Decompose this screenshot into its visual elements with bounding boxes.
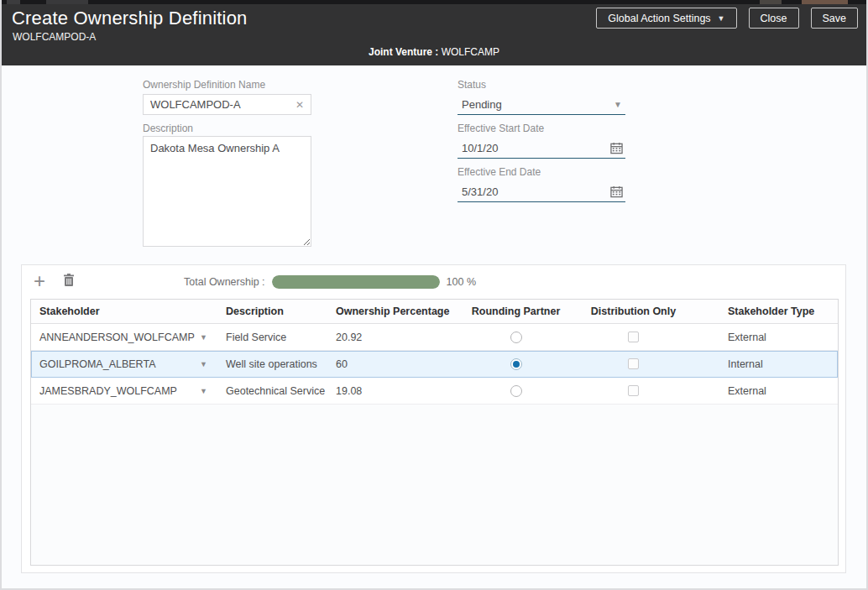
description-value: Geotechnical Service: [217, 385, 327, 397]
description-label: Description: [143, 123, 193, 134]
ownership-grid-body: ANNEANDERSON_WOLFCAMP▼Field Service20.92…: [31, 324, 838, 405]
radio-dot: [513, 334, 520, 341]
chevron-down-icon[interactable]: ▼: [200, 333, 207, 342]
status-select[interactable]: Pending ▼: [458, 95, 625, 115]
joint-venture-bar: Joint Venture : WOLFCAMP: [0, 42, 868, 65]
chevron-down-icon[interactable]: ▼: [614, 100, 622, 109]
grid-empty-area: [31, 405, 838, 565]
table-row[interactable]: JAMESBRADY_WOLFCAMP▼Geotechnical Service…: [31, 378, 838, 405]
calendar-icon[interactable]: [610, 142, 623, 154]
page-header: Create Ownership Definition WOLFCAMPOD-A…: [0, 4, 868, 42]
stakeholder-value: GOILPROMA_ALBERTA: [39, 358, 155, 370]
stakeholder-value: JAMESBRADY_WOLFCAMP: [39, 385, 177, 397]
global-action-settings-label: Global Action Settings: [608, 13, 710, 24]
clear-icon[interactable]: ✕: [295, 99, 304, 111]
joint-venture-value: WOLFCAMP: [442, 46, 499, 58]
description-textarea[interactable]: Dakota Mesa Ownership A: [143, 136, 311, 247]
calendar-icon[interactable]: [610, 185, 623, 198]
ownership-percentage-value: 19.08: [327, 385, 451, 397]
total-ownership-value: 100 %: [447, 276, 476, 288]
radio-dot: [513, 388, 520, 394]
close-button[interactable]: Close: [749, 8, 799, 29]
page-title: Create Ownership Definition: [12, 8, 248, 29]
column-header-rounding-partner: Rounding Partner: [451, 305, 581, 317]
column-header-stakeholder: Stakeholder: [31, 305, 217, 317]
total-ownership: Total Ownership : 100 %: [184, 265, 476, 299]
stakeholder-type-value: External: [686, 332, 838, 343]
stakeholders-grid: Stakeholder Description Ownership Percen…: [30, 299, 839, 566]
rounding-partner-radio[interactable]: [510, 358, 522, 370]
save-button[interactable]: Save: [811, 8, 859, 29]
total-ownership-bar: [272, 275, 440, 289]
distribution-only-checkbox[interactable]: [628, 358, 639, 369]
grid-toolbar: + Total Ownership : 100 %: [22, 265, 845, 299]
global-action-settings-button[interactable]: Global Action Settings ▼: [596, 8, 736, 29]
status-value: Pending: [462, 98, 614, 111]
column-header-distribution-only: Distribution Only: [581, 305, 686, 317]
column-header-description: Description: [217, 305, 327, 317]
stakeholder-type-value: Internal: [686, 358, 838, 370]
total-ownership-bar-fill: [272, 275, 440, 289]
ownership-percentage-value: 20.92: [327, 332, 451, 343]
chevron-down-icon[interactable]: ▼: [200, 360, 207, 368]
ownership-definition-name-label: Ownership Definition Name: [143, 79, 265, 91]
total-ownership-label: Total Ownership :: [184, 276, 265, 288]
header-actions: Global Action Settings ▼ Close Save: [596, 8, 858, 29]
radio-dot: [513, 361, 520, 368]
effective-start-date-label: Effective Start Date: [458, 123, 544, 134]
description-value: Well site operations: [217, 358, 327, 370]
status-label: Status: [458, 79, 486, 91]
distribution-only-checkbox[interactable]: [628, 332, 639, 342]
chevron-down-icon: ▼: [718, 14, 725, 23]
stakeholder-type-value: External: [686, 385, 838, 397]
page-subtitle: WOLFCAMPOD-A: [13, 31, 96, 43]
effective-start-date-field[interactable]: 10/1/20: [458, 138, 625, 159]
previous-screen-sliver: [0, 0, 868, 4]
column-header-stakeholder-type: Stakeholder Type: [686, 305, 838, 317]
distribution-only-checkbox[interactable]: [628, 385, 639, 396]
stakeholders-panel: + Total Ownership : 100 % Stakeholder De…: [21, 264, 846, 573]
grid-header-row: Stakeholder Description Ownership Percen…: [31, 300, 838, 324]
stakeholder-value: ANNEANDERSON_WOLFCAMP: [39, 332, 195, 343]
effective-start-date-value: 10/1/20: [462, 142, 610, 154]
joint-venture-label: Joint Venture :: [369, 46, 438, 58]
rounding-partner-radio[interactable]: [510, 385, 522, 397]
description-value: Field Service: [217, 332, 327, 343]
rounding-partner-radio[interactable]: [510, 332, 522, 343]
delete-row-icon[interactable]: [62, 273, 76, 288]
table-row[interactable]: GOILPROMA_ALBERTA▼Well site operations60…: [31, 351, 838, 378]
effective-end-date-label: Effective End Date: [458, 166, 541, 178]
effective-end-date-field[interactable]: 5/31/20: [458, 182, 625, 202]
chevron-down-icon[interactable]: ▼: [200, 387, 207, 395]
column-header-ownership-percentage: Ownership Percentage: [327, 305, 451, 317]
effective-end-date-value: 5/31/20: [462, 185, 610, 198]
ownership-definition-name-input[interactable]: [143, 94, 311, 115]
table-row[interactable]: ANNEANDERSON_WOLFCAMP▼Field Service20.92…: [31, 324, 838, 351]
ownership-percentage-value: 60: [327, 358, 451, 370]
add-row-icon[interactable]: +: [34, 269, 45, 293]
